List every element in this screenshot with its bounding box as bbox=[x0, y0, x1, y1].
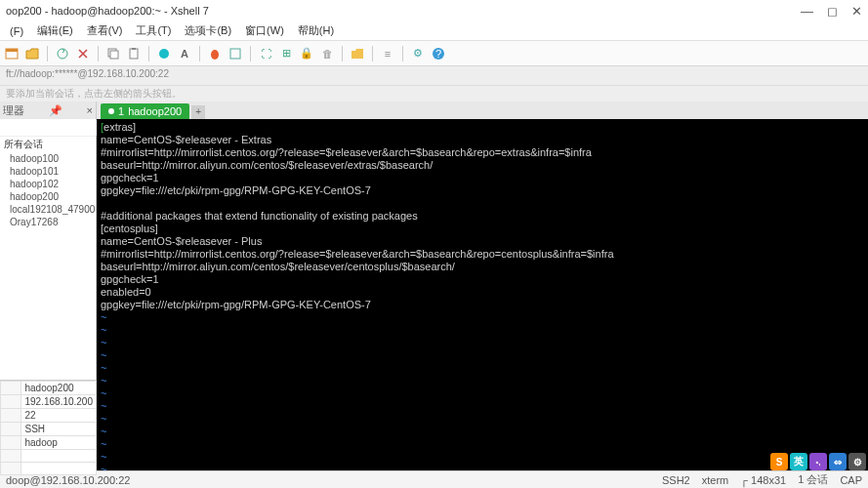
tray-settings-icon[interactable]: ⚙ bbox=[848, 453, 866, 470]
term-tilde: ~ bbox=[101, 451, 106, 463]
menu-tab[interactable]: 选项卡(B) bbox=[179, 21, 237, 40]
term-line: [centosplus] bbox=[101, 223, 158, 234]
session-properties: hadoop200 192.168.10.200 22 SSH hadoop bbox=[0, 380, 97, 475]
list-icon[interactable]: ≡ bbox=[380, 46, 395, 61]
new-session-icon[interactable] bbox=[4, 46, 20, 61]
term-line: baseurl=http://mirror.aliyun.com/centos/… bbox=[101, 261, 455, 272]
folder-icon[interactable] bbox=[350, 46, 365, 61]
separator bbox=[402, 46, 403, 61]
term-tilde: ~ bbox=[101, 387, 106, 399]
copy-icon[interactable] bbox=[105, 46, 121, 61]
toolbar: A ⛶ ⊞ 🔒 🗑 ≡ ⚙ ? bbox=[0, 41, 868, 66]
prop-port: 22 bbox=[21, 409, 97, 423]
term-tilde: ~ bbox=[101, 438, 106, 450]
tray-width-icon[interactable]: ⇔ bbox=[829, 453, 847, 470]
separator bbox=[250, 46, 251, 61]
main-area: 理器 📌 × 🔍 所有会话 hadoop100 hadoop101 hadoop… bbox=[0, 102, 868, 470]
separator bbox=[342, 46, 343, 61]
term-line: baseurl=http://mirror.aliyun.com/centos/… bbox=[101, 159, 433, 171]
open-session-icon[interactable] bbox=[24, 46, 40, 61]
term-line: gpgkey=file:///etc/pki/rpm-gpg/RPM-GPG-K… bbox=[101, 184, 371, 196]
menu-help[interactable]: 帮助(H) bbox=[292, 21, 340, 40]
term-line: gpgcheck=1 bbox=[101, 172, 159, 183]
bug-icon[interactable] bbox=[207, 46, 223, 61]
sidebar-title: 理器 bbox=[3, 103, 24, 118]
session-item[interactable]: hadoop200 bbox=[0, 190, 96, 203]
term-tilde: ~ bbox=[101, 400, 106, 412]
menu-view[interactable]: 查看(V) bbox=[81, 21, 129, 40]
trash-icon[interactable]: 🗑 bbox=[319, 46, 335, 61]
term-line: enabled=0 bbox=[101, 286, 151, 298]
prop-row: 192.168.10.200 bbox=[1, 395, 97, 409]
term-line: #additional packages that extend functio… bbox=[101, 210, 418, 222]
session-item[interactable]: Oray17268 bbox=[0, 216, 96, 228]
term-line: gpgcheck=1 bbox=[101, 273, 159, 285]
prop-row: 22 bbox=[1, 409, 97, 423]
term-line: #mirrorlist=http://mirrorlist.centos.org… bbox=[101, 146, 592, 158]
svg-rect-9 bbox=[230, 49, 240, 59]
term-line: name=CentOS-$releasever - Plus bbox=[101, 235, 262, 247]
prop-protocol: SSH bbox=[21, 423, 97, 436]
settings-icon[interactable]: ⚙ bbox=[410, 46, 426, 61]
prop-row: hadoop200 bbox=[1, 382, 97, 395]
menu-tools[interactable]: 工具(T) bbox=[130, 21, 177, 40]
close-button[interactable]: ✕ bbox=[851, 4, 862, 19]
menu-edit[interactable]: 编辑(E) bbox=[31, 21, 79, 40]
svg-point-7 bbox=[159, 49, 169, 59]
prop-user: hadoop bbox=[21, 436, 97, 450]
sidebar-pin-icon[interactable]: 📌 bbox=[49, 104, 62, 117]
svg-point-8 bbox=[211, 50, 219, 60]
tray-ime-icon[interactable]: S bbox=[770, 453, 788, 470]
expand-icon[interactable]: ⛶ bbox=[258, 46, 273, 61]
prop-name: hadoop200 bbox=[21, 382, 97, 395]
session-item[interactable]: hadoop102 bbox=[0, 178, 96, 190]
term-tilde: ~ bbox=[101, 362, 106, 374]
tab-index: 1 bbox=[118, 105, 124, 117]
term-tilde: ~ bbox=[101, 349, 106, 361]
svg-text:?: ? bbox=[435, 48, 441, 60]
svg-rect-1 bbox=[6, 49, 18, 52]
disconnect-icon[interactable] bbox=[75, 46, 91, 61]
tab-status-dot-icon bbox=[108, 108, 114, 114]
address-bar[interactable]: ft://hadoop:******@192.168.10.200:22 bbox=[0, 66, 868, 86]
maximize-button[interactable]: ◻ bbox=[827, 4, 838, 19]
term-tilde: ~ bbox=[101, 375, 106, 386]
prop-row: SSH bbox=[1, 423, 97, 436]
tray-lang-icon[interactable]: 英 bbox=[790, 453, 807, 470]
separator bbox=[148, 46, 149, 61]
lock-icon[interactable]: 🔒 bbox=[299, 46, 314, 61]
session-group[interactable]: 所有会话 bbox=[0, 137, 96, 152]
font-icon[interactable]: A bbox=[177, 46, 192, 61]
session-item[interactable]: local192108_47900 bbox=[0, 203, 96, 216]
help-icon[interactable]: ? bbox=[431, 46, 446, 61]
content-area: 1 hadoop200 + [extras] name=CentOS-$rele… bbox=[97, 102, 868, 470]
prop-row bbox=[1, 450, 97, 463]
tab-active[interactable]: 1 hadoop200 bbox=[101, 103, 189, 119]
color-dot-icon[interactable] bbox=[156, 46, 172, 61]
term-tilde: ~ bbox=[101, 413, 106, 425]
status-term: xterm bbox=[702, 474, 729, 486]
menu-file[interactable]: (F) bbox=[4, 23, 29, 39]
menu-window[interactable]: 窗口(W) bbox=[239, 21, 290, 40]
session-item[interactable]: hadoop101 bbox=[0, 165, 96, 178]
script-icon[interactable] bbox=[227, 46, 243, 61]
svg-rect-5 bbox=[130, 49, 138, 59]
status-connection: doop@192.168.10.200:22 bbox=[6, 474, 130, 486]
terminal[interactable]: [extras] name=CentOS-$releasever - Extra… bbox=[97, 119, 868, 470]
minimize-button[interactable]: — bbox=[801, 4, 813, 19]
tray-punct-icon[interactable]: •, bbox=[809, 453, 827, 470]
reconnect-icon[interactable] bbox=[55, 46, 70, 61]
svg-point-2 bbox=[58, 49, 67, 59]
tab-label: hadoop200 bbox=[128, 105, 182, 117]
sidebar-close-icon[interactable]: × bbox=[87, 104, 93, 116]
separator bbox=[47, 46, 48, 61]
status-ssh: SSH2 bbox=[662, 474, 690, 486]
status-sessions: 1 会话 bbox=[798, 472, 828, 487]
hint-bar: 要添加当前会话，点击左侧的箭头按钮。 bbox=[0, 86, 868, 102]
prop-row bbox=[1, 463, 97, 475]
term-tilde: ~ bbox=[101, 324, 106, 336]
paste-icon[interactable] bbox=[126, 46, 142, 61]
collapse-icon[interactable]: ⊞ bbox=[278, 46, 294, 61]
tab-add-button[interactable]: + bbox=[191, 105, 205, 119]
session-item[interactable]: hadoop100 bbox=[0, 152, 96, 165]
